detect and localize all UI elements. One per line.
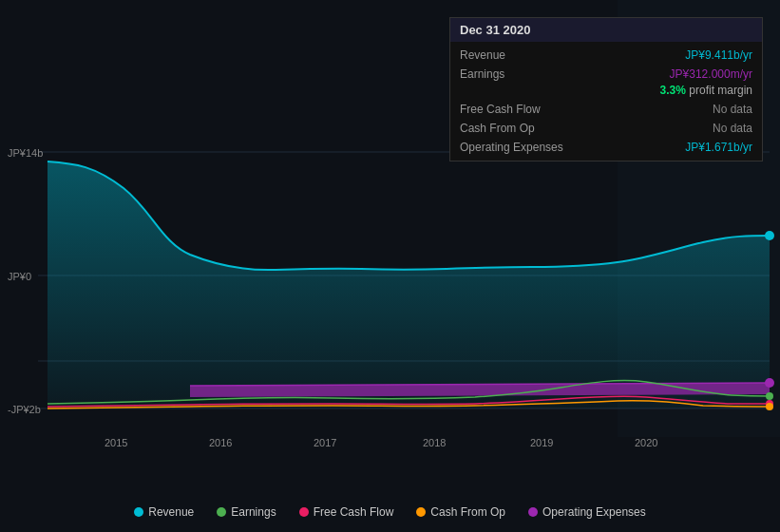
cfo-label: Cash From Op — [460, 122, 535, 135]
revenue-legend-label: Revenue — [148, 505, 194, 519]
earnings-dot — [217, 507, 226, 517]
svg-text:JP¥0: JP¥0 — [8, 271, 31, 282]
profit-margin-row: 3.3% profit margin — [450, 84, 762, 100]
svg-text:2016: 2016 — [209, 437, 232, 448]
revenue-value: JP¥9.411b/yr — [685, 48, 752, 62]
opex-label: Operating Expenses — [460, 141, 563, 154]
fcf-dot — [299, 507, 309, 517]
svg-text:JP¥14b: JP¥14b — [8, 147, 43, 159]
svg-point-13 — [766, 403, 773, 410]
legend-fcf[interactable]: Free Cash Flow — [299, 505, 394, 519]
fcf-legend-label: Free Cash Flow — [314, 505, 394, 519]
tooltip-revenue-row: Revenue JP¥9.411b/yr — [450, 46, 762, 65]
tooltip-fcf-row: Free Cash Flow No data — [450, 100, 762, 119]
cfo-value: No data — [713, 122, 752, 135]
revenue-dot — [134, 507, 143, 517]
svg-text:2015: 2015 — [105, 437, 127, 448]
tooltip-box: Dec 31 2020 Revenue JP¥9.411b/yr Earning… — [449, 17, 763, 162]
tooltip-header: Dec 31 2020 — [450, 18, 762, 42]
svg-point-11 — [766, 392, 773, 400]
revenue-label: Revenue — [460, 48, 505, 62]
cfo-legend-label: Cash From Op — [430, 505, 505, 519]
opex-value: JP¥1.671b/yr — [685, 141, 752, 154]
fcf-label: Free Cash Flow — [460, 103, 541, 116]
legend-cfo[interactable]: Cash From Op — [416, 505, 505, 519]
opex-dot — [528, 507, 538, 517]
tooltip-opex-row: Operating Expenses JP¥1.671b/yr — [450, 138, 762, 157]
profit-margin-pct: 3.3% — [660, 84, 686, 97]
svg-text:-JP¥2b: -JP¥2b — [8, 404, 41, 415]
earnings-value: JP¥312.000m/yr — [670, 67, 752, 81]
svg-text:2018: 2018 — [423, 437, 446, 448]
earnings-label: Earnings — [460, 67, 504, 81]
opex-legend-label: Operating Expenses — [542, 505, 646, 519]
fcf-value: No data — [713, 103, 752, 116]
legend-opex[interactable]: Operating Expenses — [528, 505, 646, 519]
cfo-dot — [416, 507, 426, 517]
svg-text:2019: 2019 — [530, 437, 553, 448]
tooltip-earnings-row: Earnings JP¥312.000m/yr — [450, 65, 762, 84]
chart-legend: Revenue Earnings Free Cash Flow Cash Fro… — [0, 505, 780, 519]
svg-point-9 — [765, 231, 774, 240]
legend-revenue[interactable]: Revenue — [134, 505, 194, 519]
tooltip-body: Revenue JP¥9.411b/yr Earnings JP¥312.000… — [450, 42, 762, 161]
tooltip-cfo-row: Cash From Op No data — [450, 119, 762, 138]
svg-text:2017: 2017 — [314, 437, 336, 448]
earnings-legend-label: Earnings — [231, 505, 276, 519]
svg-text:2020: 2020 — [635, 437, 657, 448]
svg-point-10 — [765, 378, 774, 388]
legend-earnings[interactable]: Earnings — [217, 505, 276, 519]
